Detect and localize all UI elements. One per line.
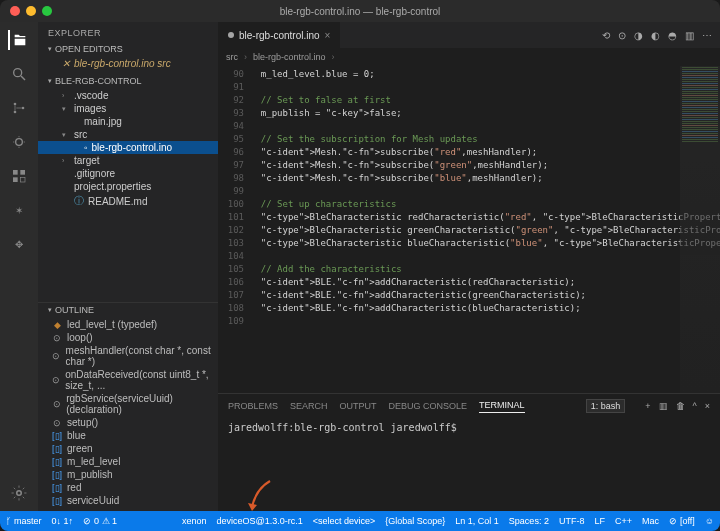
- panel-tab-debug[interactable]: DEBUG CONSOLE: [389, 401, 468, 411]
- outline-item[interactable]: ⊙loop(): [38, 331, 218, 344]
- status-select-device[interactable]: <select device>: [313, 516, 376, 526]
- symbol-icon: [▯]: [52, 444, 62, 454]
- tab-ino[interactable]: ble-rgb-control.ino ×: [218, 22, 341, 48]
- code-body[interactable]: m_led_level.blue = 0; // Set to false at…: [250, 66, 720, 393]
- kill-terminal-icon[interactable]: 🗑: [676, 401, 685, 411]
- code-editor[interactable]: 90 91 92 93 94 95 96 97 98 99 100 101 10…: [218, 66, 720, 393]
- particle-icon[interactable]: ✶: [9, 200, 29, 220]
- outline-item[interactable]: [▯]m_led_level: [38, 455, 218, 468]
- tree-file-projprop[interactable]: project.properties: [38, 180, 218, 193]
- search-icon[interactable]: [9, 64, 29, 84]
- explorer-icon[interactable]: [8, 30, 28, 50]
- svg-rect-7: [20, 170, 25, 175]
- tree-file-gitignore[interactable]: .gitignore: [38, 167, 218, 180]
- tab-label: ble-rgb-control.ino: [239, 30, 320, 41]
- terminal-body[interactable]: jaredwolff:ble-rgb-control jaredwolff$: [218, 418, 720, 511]
- breadcrumb[interactable]: src ble-rgb-control.ino: [218, 48, 720, 66]
- svg-rect-9: [20, 177, 25, 182]
- close-panel-icon[interactable]: ×: [705, 401, 710, 411]
- activity-bar: ✶ ✥: [0, 22, 38, 511]
- bottom-panel: PROBLEMS SEARCH OUTPUT DEBUG CONSOLE TER…: [218, 393, 720, 511]
- tree-file-mainjpg[interactable]: main.jpg: [38, 115, 218, 128]
- tab-bar: ble-rgb-control.ino × ⟲ ⊙ ◑ ◐ ◓ ▥ ⋯: [218, 22, 720, 48]
- run-icon[interactable]: ⊙: [618, 30, 626, 41]
- debug-icon[interactable]: [9, 132, 29, 152]
- open-editor-item[interactable]: ✕ ble-rgb-control.ino src: [38, 57, 218, 70]
- svg-point-4: [22, 107, 25, 110]
- panel-tab-output[interactable]: OUTPUT: [340, 401, 377, 411]
- tree-file-ino[interactable]: ◦ ble-rgb-control.ino: [38, 141, 218, 154]
- outline-item[interactable]: ⊙rgbService(serviceUuid) (declaration): [38, 392, 218, 416]
- status-problems[interactable]: ⊘ 0 ⚠ 1: [83, 516, 117, 526]
- status-bar: ᚶ master 0↓ 1↑ ⊘ 0 ⚠ 1 xenon deviceOS@1.…: [0, 511, 720, 531]
- minimap[interactable]: [680, 66, 720, 393]
- tree-folder-src[interactable]: ▾src: [38, 128, 218, 141]
- symbol-icon: [▯]: [52, 496, 62, 506]
- settings-icon[interactable]: [9, 483, 29, 503]
- panel-tab-terminal[interactable]: TERMINAL: [479, 400, 525, 413]
- modified-dot-icon: [228, 32, 234, 38]
- action-icon[interactable]: ◓: [668, 30, 677, 41]
- outline-item[interactable]: [▯]green: [38, 442, 218, 455]
- breadcrumb-src[interactable]: src: [226, 52, 238, 62]
- tree-folder-vscode[interactable]: ›.vscode: [38, 89, 218, 102]
- tools-icon[interactable]: ✥: [9, 234, 29, 254]
- split-terminal-icon[interactable]: ▥: [659, 401, 668, 411]
- status-bell[interactable]: ⊘ [off]: [669, 516, 695, 526]
- outline-item[interactable]: [▯]serviceUuid: [38, 494, 218, 507]
- maximize-panel-icon[interactable]: ^: [693, 401, 697, 411]
- status-eol[interactable]: LF: [594, 516, 605, 526]
- outline-item[interactable]: [▯]m_publish: [38, 468, 218, 481]
- outline-item[interactable]: ⊙onDataReceived(const uint8_t *, size_t,…: [38, 368, 218, 392]
- panel-tab-problems[interactable]: PROBLEMS: [228, 401, 278, 411]
- status-scope[interactable]: {Global Scope}: [385, 516, 445, 526]
- symbol-icon: ◆: [52, 320, 62, 330]
- more-icon[interactable]: ⋯: [702, 30, 712, 41]
- outline-item[interactable]: [▯]red: [38, 481, 218, 494]
- symbol-icon: [▯]: [52, 457, 62, 467]
- outline-item[interactable]: ◆led_level_t (typedef): [38, 318, 218, 331]
- breadcrumb-file[interactable]: ble-rgb-control.ino: [253, 52, 326, 62]
- status-sync[interactable]: 0↓ 1↑: [52, 516, 74, 526]
- svg-point-0: [14, 69, 22, 77]
- outline-item[interactable]: ⊙meshHandler(const char *, const char *): [38, 344, 218, 368]
- symbol-icon: [▯]: [52, 470, 62, 480]
- status-deviceos[interactable]: deviceOS@1.3.0-rc.1: [217, 516, 303, 526]
- status-position[interactable]: Ln 1, Col 1: [455, 516, 499, 526]
- status-lang[interactable]: C++: [615, 516, 632, 526]
- outline-item[interactable]: [▯]blue: [38, 429, 218, 442]
- window: ble-rgb-control.ino — ble-rgb-control ✶ …: [0, 0, 720, 531]
- compare-icon[interactable]: ⟲: [602, 30, 610, 41]
- open-editors-section[interactable]: OPEN EDITORS: [38, 42, 218, 56]
- titlebar: ble-rgb-control.ino — ble-rgb-control: [0, 0, 720, 22]
- source-control-icon[interactable]: [9, 98, 29, 118]
- terminal-select[interactable]: 1: bash: [586, 399, 626, 413]
- svg-rect-6: [13, 170, 18, 175]
- action-icon[interactable]: ◑: [634, 30, 643, 41]
- project-section[interactable]: BLE-RGB-CONTROL: [38, 74, 218, 88]
- svg-point-2: [14, 103, 17, 106]
- svg-point-3: [14, 111, 17, 114]
- action-icon[interactable]: ◐: [651, 30, 660, 41]
- extensions-icon[interactable]: [9, 166, 29, 186]
- outline-header[interactable]: OUTLINE: [38, 303, 218, 317]
- main-area: ✶ ✥ EXPLORER OPEN EDITORS ✕ ble-rgb-cont…: [0, 22, 720, 511]
- status-feedback-icon[interactable]: ☺: [705, 516, 714, 526]
- split-icon[interactable]: ▥: [685, 30, 694, 41]
- tree-file-readme[interactable]: ⓘ README.md: [38, 193, 218, 209]
- status-encoding[interactable]: UTF-8: [559, 516, 585, 526]
- add-terminal-icon[interactable]: +: [645, 401, 650, 411]
- tree-folder-target[interactable]: ›target: [38, 154, 218, 167]
- status-spaces[interactable]: Spaces: 2: [509, 516, 549, 526]
- status-os[interactable]: Mac: [642, 516, 659, 526]
- file-tree: ›.vscode ▾images main.jpg ▾src ◦ ble-rgb…: [38, 88, 218, 213]
- status-target[interactable]: xenon: [182, 516, 207, 526]
- status-branch[interactable]: ᚶ master: [6, 516, 42, 526]
- tree-folder-images[interactable]: ▾images: [38, 102, 218, 115]
- editor-group: ble-rgb-control.ino × ⟲ ⊙ ◑ ◐ ◓ ▥ ⋯ src …: [218, 22, 720, 511]
- symbol-icon: ⊙: [52, 418, 62, 428]
- outline-item[interactable]: ⊙setup(): [38, 416, 218, 429]
- symbol-icon: ⊙: [52, 333, 62, 343]
- close-tab-icon[interactable]: ×: [325, 30, 331, 41]
- panel-tab-search[interactable]: SEARCH: [290, 401, 328, 411]
